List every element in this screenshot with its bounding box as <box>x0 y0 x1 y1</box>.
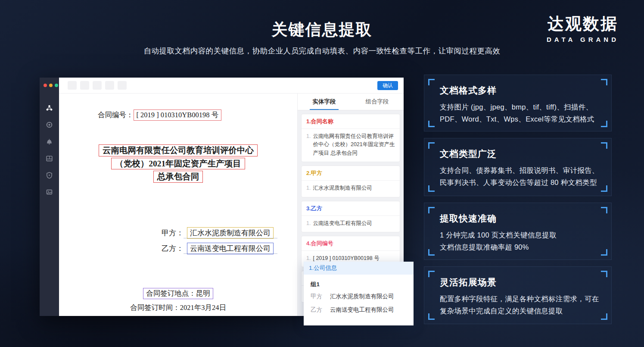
company-info-popup: 1.公司信息 组1 甲方 汇水水泥质制造有限公司 乙方 云南送变电工程有限公司 <box>304 262 414 325</box>
contract-number-label: 合同编号： <box>98 111 134 119</box>
field-value-index: 1. <box>306 219 311 228</box>
corner-bracket-icon <box>601 207 607 213</box>
party-a-highlight[interactable]: 汇水水泥质制造有限公司 <box>187 227 274 239</box>
popup-row-party-a[interactable]: 甲方 汇水水泥质制造有限公司 <box>311 293 407 300</box>
contract-number-line: 合同编号：[ 2019 ] 010310YB00198 号 <box>98 109 221 121</box>
corner-bracket-icon <box>428 207 435 213</box>
feature-description: 支持图片 (jpg、jpeg、bmp、tif、tiff)、扫描件、 PDF、Wo… <box>440 101 601 125</box>
contract-number-highlight[interactable]: [ 2019 ] 010310YB00198 号 <box>134 109 222 121</box>
sign-place-line: 合同签订地点：昆明 <box>59 288 297 299</box>
field-label: 3.乙方 <box>302 201 400 216</box>
corner-bracket-icon <box>428 313 435 320</box>
feature-title: 提取快速准确 <box>440 213 497 225</box>
corner-bracket-icon <box>601 121 607 127</box>
field-card-party-b[interactable]: 3.乙方 1.云南送变电工程有限公司 <box>301 201 400 232</box>
document-page: 合同编号：[ 2019 ] 010310YB00198 号 云南电网有限责任公司… <box>59 94 297 316</box>
toolbar-placeholder[interactable] <box>105 81 114 90</box>
corner-bracket-icon <box>428 271 435 277</box>
field-card-party-a[interactable]: 2.甲方 1.汇水水泥质制造有限公司 <box>301 166 400 197</box>
feature-description: 支持合同、债券募集书、招股说明书、审计报告、 民事判决书、人事变动公告等超过 8… <box>440 164 601 188</box>
corner-bracket-icon <box>428 121 435 127</box>
contract-title-highlight[interactable]: 云南电网有限责任公司教育培训评价中心 <box>99 144 258 156</box>
feature-title: 灵活拓展场景 <box>440 276 497 288</box>
page-subtitle: 自动提取文档内容的关键信息，协助企业人员完成自动填表、内容一致性检查等工作，让审… <box>0 46 644 56</box>
corner-bracket-icon <box>601 249 607 256</box>
panel-tabs: 实体字段 组合字段 <box>298 94 404 110</box>
entity-extract-icon[interactable] <box>46 104 53 112</box>
popup-row-value: 云南送变电工程有限公司 <box>330 306 394 314</box>
bell-icon[interactable] <box>46 138 53 145</box>
contract-title-highlight[interactable]: （党校）2021年固定资产生产项目 <box>111 158 245 170</box>
party-a-line: 甲方：汇水水泥质制造有限公司 <box>162 227 277 239</box>
brand-logo-subtitle: DATA GRAND <box>547 36 619 43</box>
gear-icon[interactable] <box>46 121 53 128</box>
feature-title: 文档类型广泛 <box>440 148 497 160</box>
party-b-label: 乙方： <box>162 244 184 253</box>
shield-icon[interactable] <box>46 172 53 179</box>
brand-logo-name: 达观数据 <box>547 13 619 35</box>
field-label: 4.合同编号 <box>302 236 400 251</box>
popup-row-label: 甲方 <box>311 293 322 300</box>
tab-combined-fields[interactable]: 组合字段 <box>351 94 404 110</box>
field-card-contract-name[interactable]: 1.合同名称 1.云南电网有限责任公司教育培训评价中心（党校）2021年固定资产… <box>301 114 400 162</box>
contract-title: 云南电网有限责任公司教育培训评价中心 （党校）2021年固定资产生产项目 总承包… <box>59 144 297 184</box>
field-value-index: 1. <box>306 184 311 192</box>
sign-place-highlight[interactable]: 合同签订地点：昆明 <box>143 288 213 299</box>
party-b-highlight[interactable]: 云南送变电工程有限公司 <box>187 243 274 254</box>
minimize-window-button[interactable] <box>49 84 53 87</box>
close-window-button[interactable] <box>44 84 47 87</box>
feature-description: 配置多种字段特征，满足各种文档标注需求，可在 复杂场景中完成自定义的关键信息提取 <box>440 293 601 317</box>
feature-card-speed: 提取快速准确 1 分钟完成 100 页文档关键信息提取 文档信息提取准确率超 9… <box>424 203 612 260</box>
corner-bracket-icon <box>428 79 435 85</box>
maximize-window-button[interactable] <box>55 84 58 87</box>
brand-logo: 达观数据 DATA GRAND <box>547 13 619 43</box>
feature-card-formats: 文档格式多样 支持图片 (jpg、jpeg、bmp、tif、tiff)、扫描件、… <box>424 75 612 131</box>
popup-header[interactable]: 1.公司信息 <box>304 262 414 275</box>
party-b-line: 乙方：云南送变电工程有限公司 <box>162 243 277 254</box>
corner-bracket-icon <box>428 185 435 192</box>
corner-bracket-icon <box>601 79 607 85</box>
corner-bracket-icon <box>601 313 607 320</box>
feature-card-types: 文档类型广泛 支持合同、债券募集书、招股说明书、审计报告、 民事判决书、人事变动… <box>424 138 612 196</box>
sign-time-line: 合同签订时间：2021年3月24日 <box>59 303 297 313</box>
toolbar-placeholder[interactable] <box>93 81 102 90</box>
document-layout-icon[interactable] <box>46 155 53 162</box>
confirm-button[interactable]: 确认 <box>377 81 398 90</box>
corner-bracket-icon <box>601 185 607 192</box>
window-controls <box>40 78 59 87</box>
field-label: 1.合同名称 <box>302 114 400 129</box>
app-toolbar: 确认 <box>59 78 404 94</box>
app-sidebar <box>40 78 59 316</box>
field-value[interactable]: 汇水水泥质制造有限公司 <box>313 184 372 192</box>
contract-title-highlight[interactable]: 总承包合同 <box>153 171 203 183</box>
feature-card-flexible: 灵活拓展场景 配置多种字段特征，满足各种文档标注需求，可在 复杂场景中完成自定义… <box>424 266 612 324</box>
corner-bracket-icon <box>601 142 607 149</box>
corner-bracket-icon <box>601 271 607 277</box>
feature-description: 1 分钟完成 100 页文档关键信息提取 文档信息提取准确率超 90% <box>440 229 601 253</box>
field-value[interactable]: 云南送变电工程有限公司 <box>313 219 372 228</box>
popup-row-label: 乙方 <box>311 306 322 314</box>
toolbar-placeholder[interactable] <box>68 81 77 90</box>
popup-row-party-b[interactable]: 乙方 云南送变电工程有限公司 <box>311 306 407 314</box>
field-value[interactable]: 云南电网有限责任公司教育培训评价中心（党校）2021年固定资产生产项目 总承包合… <box>313 132 395 157</box>
popup-group-label: 组1 <box>311 281 407 288</box>
corner-bracket-icon <box>428 142 435 149</box>
image-icon[interactable] <box>46 188 53 196</box>
tab-entity-fields[interactable]: 实体字段 <box>298 94 351 110</box>
toolbar-placeholder[interactable] <box>80 81 89 90</box>
corner-bracket-icon <box>428 249 435 256</box>
toolbar-placeholder[interactable] <box>118 81 127 90</box>
feature-title: 文档格式多样 <box>440 84 497 97</box>
field-value-index: 1. <box>306 132 311 157</box>
field-label: 2.甲方 <box>302 166 400 181</box>
party-a-label: 甲方： <box>162 229 184 237</box>
popup-row-value: 汇水水泥质制造有限公司 <box>330 293 394 300</box>
